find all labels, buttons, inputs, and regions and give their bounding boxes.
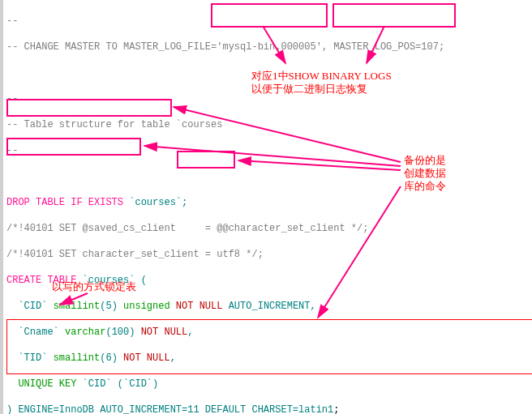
sql-comment: -- [6, 93, 18, 105]
code-viewer: -- -- CHANGE MASTER TO MASTER_LOG_FILE='… [0, 0, 532, 414]
sql-comment: -- Table structure for table `courses` [6, 119, 229, 130]
sql-change-master: CHANGE MASTER TO MASTER_LOG_FILE= [24, 41, 217, 53]
sql-drop-table: DROP TABLE IF EXISTS [6, 197, 123, 208]
sql-binlog-file: 'mysql-bin.000005' [217, 41, 322, 53]
sql-code-block: -- -- CHANGE MASTER TO MASTER_LOG_FILE='… [3, 0, 532, 414]
sql-hint: /*!40101 SET @saved_cs_client = @@charac… [6, 223, 368, 234]
sql-master-pos: MASTER_LOG_POS=107; [333, 41, 444, 53]
sql-hint: /*!40101 SET character_set_client = utf8… [6, 249, 264, 260]
sql-comment: -- [6, 15, 18, 27]
sql-create-table: CREATE TABLE [6, 275, 76, 286]
sql-comment: -- [6, 41, 24, 53]
sql-comment: -- [6, 145, 18, 156]
